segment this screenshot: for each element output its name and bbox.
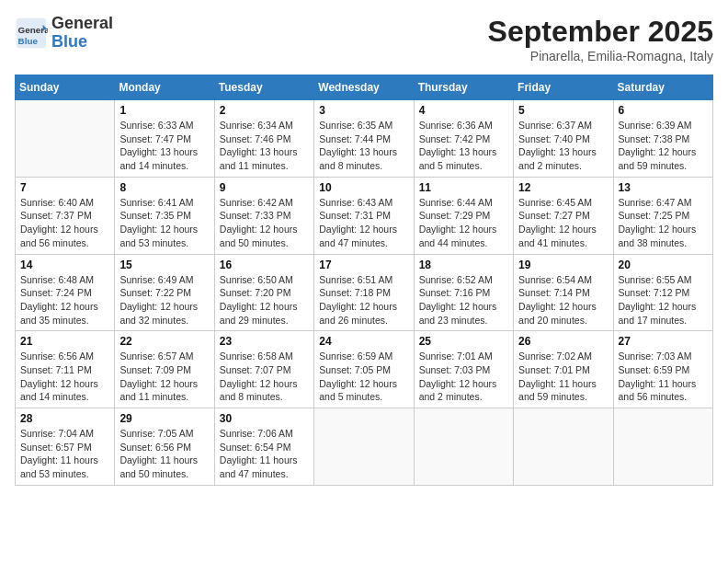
- cell-details: Sunrise: 6:39 AMSunset: 7:38 PMDaylight:…: [619, 119, 708, 173]
- calendar-cell: 10Sunrise: 6:43 AMSunset: 7:31 PMDayligh…: [314, 177, 414, 254]
- day-number: 28: [20, 412, 109, 425]
- day-number: 23: [220, 335, 309, 348]
- calendar-cell: [514, 408, 613, 486]
- weekday-header: Thursday: [414, 75, 513, 100]
- day-number: 18: [419, 259, 508, 271]
- cell-details: Sunrise: 6:35 AMSunset: 7:44 PMDaylight:…: [319, 119, 408, 173]
- cell-details: Sunrise: 6:42 AMSunset: 7:33 PMDaylight:…: [220, 196, 309, 250]
- day-number: 15: [119, 259, 209, 271]
- calendar-cell: 21Sunrise: 6:56 AMSunset: 7:11 PMDayligh…: [16, 331, 115, 408]
- cell-details: Sunrise: 6:47 AMSunset: 7:25 PMDaylight:…: [619, 196, 708, 250]
- cell-details: Sunrise: 7:02 AMSunset: 7:01 PMDaylight:…: [518, 350, 608, 404]
- cell-details: Sunrise: 6:44 AMSunset: 7:29 PMDaylight:…: [419, 196, 508, 250]
- calendar-cell: 7Sunrise: 6:40 AMSunset: 7:37 PMDaylight…: [16, 177, 115, 254]
- logo-general: General: [51, 15, 113, 33]
- calendar-cell: 8Sunrise: 6:41 AMSunset: 7:35 PMDaylight…: [115, 177, 214, 254]
- day-number: 9: [220, 181, 309, 194]
- calendar-cell: 25Sunrise: 7:01 AMSunset: 7:03 PMDayligh…: [414, 331, 513, 408]
- cell-details: Sunrise: 7:01 AMSunset: 7:03 PMDaylight:…: [419, 350, 508, 404]
- calendar-table: SundayMondayTuesdayWednesdayThursdayFrid…: [15, 75, 713, 486]
- weekday-header: Tuesday: [214, 75, 313, 100]
- day-number: 11: [419, 181, 508, 194]
- cell-details: Sunrise: 6:51 AMSunset: 7:18 PMDaylight:…: [319, 273, 408, 327]
- calendar-cell: 17Sunrise: 6:51 AMSunset: 7:18 PMDayligh…: [314, 254, 414, 331]
- day-number: 10: [319, 181, 408, 194]
- cell-details: Sunrise: 7:05 AMSunset: 6:56 PMDaylight:…: [119, 427, 209, 481]
- cell-details: Sunrise: 6:37 AMSunset: 7:40 PMDaylight:…: [518, 119, 608, 173]
- calendar-cell: 12Sunrise: 6:45 AMSunset: 7:27 PMDayligh…: [514, 177, 613, 254]
- week-row: 14Sunrise: 6:48 AMSunset: 7:24 PMDayligh…: [16, 254, 713, 331]
- calendar-cell: 29Sunrise: 7:05 AMSunset: 6:56 PMDayligh…: [115, 408, 214, 486]
- calendar-cell: 28Sunrise: 7:04 AMSunset: 6:57 PMDayligh…: [16, 408, 115, 486]
- month-title: September 2025: [488, 15, 713, 49]
- calendar-cell: 27Sunrise: 7:03 AMSunset: 6:59 PMDayligh…: [613, 331, 712, 408]
- cell-details: Sunrise: 6:34 AMSunset: 7:46 PMDaylight:…: [220, 119, 309, 173]
- calendar-cell: 3Sunrise: 6:35 AMSunset: 7:44 PMDaylight…: [314, 100, 414, 178]
- cell-details: Sunrise: 7:04 AMSunset: 6:57 PMDaylight:…: [20, 427, 109, 481]
- cell-details: Sunrise: 6:49 AMSunset: 7:22 PMDaylight:…: [119, 273, 209, 327]
- day-number: 14: [20, 259, 109, 271]
- calendar-cell: 18Sunrise: 6:52 AMSunset: 7:16 PMDayligh…: [414, 254, 513, 331]
- calendar-cell: 24Sunrise: 6:59 AMSunset: 7:05 PMDayligh…: [314, 331, 414, 408]
- day-number: 6: [619, 104, 708, 117]
- svg-text:Blue: Blue: [18, 35, 39, 45]
- cell-details: Sunrise: 6:50 AMSunset: 7:20 PMDaylight:…: [220, 273, 309, 327]
- cell-details: Sunrise: 6:40 AMSunset: 7:37 PMDaylight:…: [20, 196, 109, 250]
- week-row: 1Sunrise: 6:33 AMSunset: 7:47 PMDaylight…: [16, 100, 713, 178]
- calendar-cell: 23Sunrise: 6:58 AMSunset: 7:07 PMDayligh…: [214, 331, 313, 408]
- cell-details: Sunrise: 6:45 AMSunset: 7:27 PMDaylight:…: [518, 196, 608, 250]
- day-number: 2: [220, 104, 309, 117]
- calendar-cell: 2Sunrise: 6:34 AMSunset: 7:46 PMDaylight…: [214, 100, 313, 178]
- day-number: 8: [119, 181, 209, 194]
- day-number: 13: [619, 181, 708, 194]
- cell-details: Sunrise: 6:36 AMSunset: 7:42 PMDaylight:…: [419, 119, 508, 173]
- calendar-cell: 11Sunrise: 6:44 AMSunset: 7:29 PMDayligh…: [414, 177, 513, 254]
- cell-details: Sunrise: 6:59 AMSunset: 7:05 PMDaylight:…: [319, 350, 408, 404]
- calendar-cell: 14Sunrise: 6:48 AMSunset: 7:24 PMDayligh…: [16, 254, 115, 331]
- calendar-cell: 22Sunrise: 6:57 AMSunset: 7:09 PMDayligh…: [115, 331, 214, 408]
- cell-details: Sunrise: 6:54 AMSunset: 7:14 PMDaylight:…: [518, 273, 608, 327]
- logo: General Blue General Blue: [15, 15, 113, 52]
- day-number: 16: [220, 259, 309, 271]
- weekday-header: Saturday: [613, 75, 712, 100]
- calendar-cell: 20Sunrise: 6:55 AMSunset: 7:12 PMDayligh…: [613, 254, 712, 331]
- cell-details: Sunrise: 6:56 AMSunset: 7:11 PMDaylight:…: [20, 350, 109, 404]
- day-number: 26: [518, 335, 608, 348]
- day-number: 17: [319, 259, 408, 271]
- cell-details: Sunrise: 6:41 AMSunset: 7:35 PMDaylight:…: [119, 196, 209, 250]
- cell-details: Sunrise: 6:57 AMSunset: 7:09 PMDaylight:…: [119, 350, 209, 404]
- day-number: 19: [518, 259, 608, 271]
- weekday-header: Monday: [115, 75, 214, 100]
- cell-details: Sunrise: 6:43 AMSunset: 7:31 PMDaylight:…: [319, 196, 408, 250]
- weekday-header: Friday: [514, 75, 613, 100]
- calendar-cell: 6Sunrise: 6:39 AMSunset: 7:38 PMDaylight…: [613, 100, 712, 178]
- cell-details: Sunrise: 6:48 AMSunset: 7:24 PMDaylight:…: [20, 273, 109, 327]
- calendar-cell: 9Sunrise: 6:42 AMSunset: 7:33 PMDaylight…: [214, 177, 313, 254]
- calendar-cell: 15Sunrise: 6:49 AMSunset: 7:22 PMDayligh…: [115, 254, 214, 331]
- weekday-header: Wednesday: [314, 75, 414, 100]
- day-number: 27: [619, 335, 708, 348]
- day-number: 5: [518, 104, 608, 117]
- calendar-cell: 4Sunrise: 6:36 AMSunset: 7:42 PMDaylight…: [414, 100, 513, 178]
- day-number: 29: [119, 412, 209, 425]
- calendar-cell: [613, 408, 712, 486]
- day-number: 22: [119, 335, 209, 348]
- day-number: 20: [619, 259, 708, 271]
- day-number: 7: [20, 181, 109, 194]
- calendar-cell: 26Sunrise: 7:02 AMSunset: 7:01 PMDayligh…: [514, 331, 613, 408]
- cell-details: Sunrise: 7:06 AMSunset: 6:54 PMDaylight:…: [220, 427, 309, 481]
- calendar-cell: 1Sunrise: 6:33 AMSunset: 7:47 PMDaylight…: [115, 100, 214, 178]
- title-block: September 2025 Pinarella, Emilia-Romagna…: [488, 15, 713, 63]
- calendar-cell: 19Sunrise: 6:54 AMSunset: 7:14 PMDayligh…: [514, 254, 613, 331]
- calendar-cell: 13Sunrise: 6:47 AMSunset: 7:25 PMDayligh…: [613, 177, 712, 254]
- calendar-cell: [414, 408, 513, 486]
- cell-details: Sunrise: 6:58 AMSunset: 7:07 PMDaylight:…: [220, 350, 309, 404]
- calendar-cell: [314, 408, 414, 486]
- day-number: 4: [419, 104, 508, 117]
- week-row: 28Sunrise: 7:04 AMSunset: 6:57 PMDayligh…: [16, 408, 713, 486]
- week-row: 7Sunrise: 6:40 AMSunset: 7:37 PMDaylight…: [16, 177, 713, 254]
- weekday-header: Sunday: [16, 75, 115, 100]
- day-number: 12: [518, 181, 608, 194]
- day-number: 30: [220, 412, 309, 425]
- day-number: 21: [20, 335, 109, 348]
